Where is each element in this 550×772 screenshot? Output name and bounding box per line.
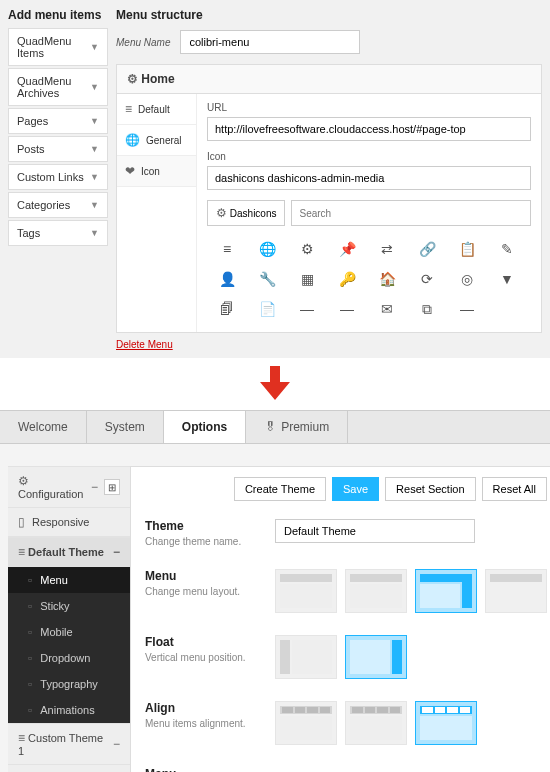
- reset-all-button[interactable]: Reset All: [482, 477, 547, 501]
- sidebar-sub-mobile[interactable]: ▫Mobile: [8, 619, 130, 645]
- icon-cell[interactable]: 🔧: [247, 264, 287, 294]
- options-sidebar: ⚙ Configuration −⊞ ▯Responsive ≡ Default…: [8, 466, 130, 772]
- tab-welcome[interactable]: Welcome: [0, 411, 87, 443]
- menu-item-details: ≡Default 🌐General ❤Icon URL Icon ⚙ Dashi…: [116, 94, 542, 333]
- url-input[interactable]: [207, 117, 531, 141]
- sidebar-sub-menu[interactable]: ▫Menu: [8, 567, 130, 593]
- gear-icon: ⚙: [127, 72, 138, 86]
- list-icon: ≡: [18, 731, 25, 745]
- icon-cell[interactable]: 👤: [207, 264, 247, 294]
- sidebar-default-theme[interactable]: ≡ Default Theme −: [8, 537, 130, 567]
- sidebar-sub-sticky[interactable]: ▫Sticky: [8, 593, 130, 619]
- align-option-3[interactable]: [415, 701, 477, 745]
- layout-option-4[interactable]: [485, 569, 547, 613]
- icon-cell[interactable]: ⇄: [367, 234, 407, 264]
- icon-cell[interactable]: ⧉: [407, 294, 447, 324]
- tab-system[interactable]: System: [87, 411, 164, 443]
- layout-option-2[interactable]: [345, 569, 407, 613]
- icon-cell[interactable]: ⟳: [407, 264, 447, 294]
- add-item-tags[interactable]: Tags▼: [8, 220, 108, 246]
- icon-cell[interactable]: 🏠: [367, 264, 407, 294]
- add-menu-items-col: Add menu items QuadMenu Items▼QuadMenu A…: [8, 8, 108, 350]
- layout-option-1[interactable]: [275, 569, 337, 613]
- sidebar-responsive[interactable]: ▯Responsive: [8, 508, 130, 537]
- float-option-right[interactable]: [345, 635, 407, 679]
- icon-search-input[interactable]: [291, 200, 531, 226]
- align-option-1[interactable]: [275, 701, 337, 745]
- icon-cell[interactable]: 📄: [247, 294, 287, 324]
- tab-options[interactable]: Options: [164, 411, 246, 443]
- home-label: Home: [141, 72, 174, 86]
- tab-premium[interactable]: 🎖 Premium: [246, 411, 348, 443]
- tabs-bar: Welcome System Options 🎖 Premium: [0, 410, 550, 444]
- icon-grid: ≡🌐⚙📌⇄🔗📋✎👤🔧▦🔑🏠⟳◎▼🗐📄——✉⧉—: [207, 234, 531, 324]
- icon-cell[interactable]: —: [327, 294, 367, 324]
- bullet-icon: ▫: [28, 625, 32, 639]
- menu-name-input[interactable]: [180, 30, 360, 54]
- heart-icon: ❤: [125, 164, 135, 178]
- sidebar-sub-animations[interactable]: ▫Animations: [8, 697, 130, 723]
- save-button[interactable]: Save: [332, 477, 379, 501]
- option-align: AlignMenu items alignment.: [145, 701, 547, 745]
- icon-cell[interactable]: 🌐: [247, 234, 287, 264]
- icon-cell[interactable]: ✉: [367, 294, 407, 324]
- sidebar-configuration[interactable]: ⚙ Configuration −⊞: [8, 466, 130, 508]
- sidebar-custom-theme[interactable]: ≡ Custom Theme 1 −: [8, 723, 130, 765]
- arrow-down-icon: [260, 366, 290, 400]
- menu-builder-panel: Add menu items QuadMenu Items▼QuadMenu A…: [0, 0, 550, 358]
- add-item-quadmenu-items[interactable]: QuadMenu Items▼: [8, 28, 108, 66]
- icon-cell[interactable]: ⚙: [287, 234, 327, 264]
- icon-input[interactable]: [207, 166, 531, 190]
- sidebar-sub-typography[interactable]: ▫Typography: [8, 671, 130, 697]
- detail-tab-general[interactable]: 🌐General: [117, 125, 196, 156]
- menu-item-home[interactable]: ⚙ Home: [116, 64, 542, 94]
- minus-icon: −: [113, 545, 120, 559]
- arrow-divider: [0, 358, 550, 410]
- add-item-quadmenu-archives[interactable]: QuadMenu Archives▼: [8, 68, 108, 106]
- globe-icon: 🌐: [125, 133, 140, 147]
- icon-cell[interactable]: ✎: [487, 234, 527, 264]
- add-item-categories[interactable]: Categories▼: [8, 192, 108, 218]
- detail-content: URL Icon ⚙ Dashicons ≡🌐⚙📌⇄🔗📋✎👤🔧▦🔑🏠⟳◎▼🗐📄—…: [197, 94, 541, 332]
- icon-cell[interactable]: 🔑: [327, 264, 367, 294]
- icon-cell[interactable]: 📋: [447, 234, 487, 264]
- options-main: Create Theme Save Reset Section Reset Al…: [130, 466, 550, 772]
- icon-cell[interactable]: ◎: [447, 264, 487, 294]
- layout-option-3[interactable]: [415, 569, 477, 613]
- align-option-2[interactable]: [345, 701, 407, 745]
- icon-cell[interactable]: 🔗: [407, 234, 447, 264]
- icon-cell[interactable]: ▦: [287, 264, 327, 294]
- icon-cell[interactable]: —: [447, 294, 487, 324]
- theme-name-input[interactable]: [275, 519, 475, 543]
- caret-down-icon: ▼: [90, 82, 99, 92]
- caret-down-icon: ▼: [90, 172, 99, 182]
- menu-section-heading: Menu: [145, 767, 547, 772]
- icon-cell[interactable]: —: [287, 294, 327, 324]
- bullet-icon: ▫: [28, 677, 32, 691]
- create-theme-button[interactable]: Create Theme: [234, 477, 326, 501]
- add-item-posts[interactable]: Posts▼: [8, 136, 108, 162]
- option-menu-layout: MenuChange menu layout.: [145, 569, 547, 613]
- add-item-custom-links[interactable]: Custom Links▼: [8, 164, 108, 190]
- add-item-pages[interactable]: Pages▼: [8, 108, 108, 134]
- menu-structure-col: Menu structure Menu Name ⚙ Home ≡Default…: [116, 8, 542, 350]
- icon-cell[interactable]: 📌: [327, 234, 367, 264]
- expand-toggle[interactable]: ⊞: [104, 479, 120, 495]
- float-option-left[interactable]: [275, 635, 337, 679]
- detail-tab-default[interactable]: ≡Default: [117, 94, 196, 125]
- reset-section-button[interactable]: Reset Section: [385, 477, 475, 501]
- icon-field-label: Icon: [207, 151, 531, 162]
- sidebar-customize[interactable]: 🖌Customize: [8, 765, 130, 772]
- detail-tab-icon[interactable]: ❤Icon: [117, 156, 196, 187]
- bullet-icon: ▫: [28, 573, 32, 587]
- dashicons-button[interactable]: ⚙ Dashicons: [207, 200, 285, 226]
- icon-cell[interactable]: ▼: [487, 264, 527, 294]
- caret-down-icon: ▼: [90, 228, 99, 238]
- bullet-icon: ▫: [28, 599, 32, 613]
- delete-menu-link[interactable]: Delete Menu: [116, 339, 542, 350]
- sidebar-sub-dropdown[interactable]: ▫Dropdown: [8, 645, 130, 671]
- options-panel: ⚙ Configuration −⊞ ▯Responsive ≡ Default…: [0, 444, 550, 772]
- icon-cell[interactable]: 🗐: [207, 294, 247, 324]
- option-float: FloatVertical menu position.: [145, 635, 547, 679]
- icon-cell[interactable]: ≡: [207, 234, 247, 264]
